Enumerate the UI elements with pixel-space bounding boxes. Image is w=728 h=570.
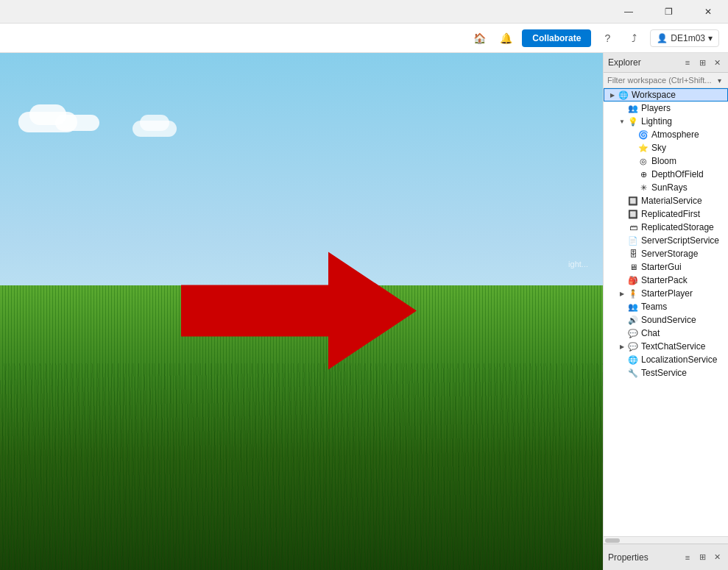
tree-item-starterplayer[interactable]: ▶🧍StarterPlayer: [604, 287, 728, 300]
tree-item-starterpack[interactable]: 🎒StarterPack: [604, 274, 728, 287]
tree-icon-startergui: 🖥: [627, 261, 639, 273]
tree-label-startergui: StarterGui: [641, 262, 682, 272]
tree-toggle-replicatedstorage[interactable]: [617, 222, 627, 232]
collaborate-button[interactable]: Collaborate: [522, 29, 591, 47]
red-arrow: [181, 237, 417, 384]
properties-close-icon[interactable]: ✕: [710, 551, 724, 564]
tree-toggle-bloom[interactable]: [627, 156, 637, 166]
tree-item-bloom[interactable]: ◎Bloom: [604, 154, 728, 168]
tree-toggle-sunrays[interactable]: [627, 182, 637, 193]
tree-icon-starterpack: 🎒: [627, 274, 639, 286]
tree-icon-testservice: 🔧: [627, 367, 639, 379]
tree-icon-localizationservice: 🌐: [627, 354, 639, 366]
tree-label-textchatservice: TextChatService: [641, 341, 705, 352]
tree-toggle-materialservice[interactable]: [617, 196, 627, 206]
tree-icon-chat: 💬: [627, 327, 639, 339]
tree-label-starterpack: StarterPack: [641, 275, 688, 285]
tree-toggle-atmosphere[interactable]: [627, 129, 637, 140]
tree-item-chat[interactable]: 💬Chat: [604, 327, 728, 340]
tree-toggle-starterplayer[interactable]: ▶: [617, 288, 627, 299]
tree-toggle-replicatedfirst[interactable]: [617, 209, 627, 219]
tree-item-workspace[interactable]: ▶🌐Workspace: [604, 88, 728, 101]
user-badge[interactable]: 👤 DE1m03 ▾: [650, 29, 719, 47]
tree-item-localizationservice[interactable]: 🌐LocalizationService: [604, 353, 728, 366]
minimize-button[interactable]: —: [612, 0, 646, 24]
tree-item-players[interactable]: 👥Players: [604, 101, 728, 115]
tree-item-serverscriptservice[interactable]: 📄ServerScriptService: [604, 234, 728, 247]
explorer-menu-icon[interactable]: ≡: [681, 56, 694, 69]
tree-item-teams[interactable]: 👥Teams: [604, 300, 728, 313]
help-icon[interactable]: ?: [597, 28, 618, 49]
restore-button[interactable]: ❐: [651, 0, 685, 24]
close-button[interactable]: ✕: [691, 0, 725, 24]
viewport-label: ight...: [568, 260, 588, 268]
tree-item-replicatedfirst[interactable]: 🔲ReplicatedFirst: [604, 207, 728, 221]
tree-toggle-textchatservice[interactable]: ▶: [617, 341, 627, 352]
tree-label-serverstorage: ServerStorage: [641, 249, 698, 259]
tree-item-testservice[interactable]: 🔧TestService: [604, 366, 728, 380]
main-layout: ight... Explorer ≡ ⊞ ✕ ▾ ▶🌐Works: [0, 53, 728, 570]
horizontal-scrollbar[interactable]: [604, 536, 728, 544]
tree-item-startergui[interactable]: 🖥StarterGui: [604, 260, 728, 274]
tree-item-materialservice[interactable]: 🔲MaterialService: [604, 194, 728, 207]
tree-item-depthoffield[interactable]: ⊕DepthOfField: [604, 168, 728, 181]
filter-dropdown-icon[interactable]: ▾: [714, 75, 724, 85]
explorer-float-icon[interactable]: ⊞: [696, 56, 709, 69]
tree-icon-sky: ⭐: [637, 142, 649, 154]
titlebar-controls: — ❐ ✕: [612, 0, 728, 24]
tree-icon-textchatservice: 💬: [627, 341, 639, 352]
properties-float-icon[interactable]: ⊞: [696, 551, 709, 564]
tree-item-soundservice[interactable]: 🔊SoundService: [604, 313, 728, 327]
tree-toggle-soundservice[interactable]: [617, 315, 627, 325]
tree-label-replicatedstorage: ReplicatedStorage: [641, 222, 714, 232]
tree-label-soundservice: SoundService: [641, 315, 696, 325]
tree-label-depthoffield: DepthOfField: [651, 169, 704, 179]
tree-item-atmosphere[interactable]: 🌀Atmosphere: [604, 128, 728, 141]
tree-toggle-teams[interactable]: [617, 302, 627, 312]
tree-label-testservice: TestService: [641, 368, 687, 378]
tree-toggle-sky[interactable]: [627, 143, 637, 153]
explorer-close-icon[interactable]: ✕: [710, 56, 724, 69]
tree-item-lighting[interactable]: ▼💡Lighting: [604, 115, 728, 128]
tree-toggle-players[interactable]: [617, 103, 627, 113]
tree-label-players: Players: [641, 103, 671, 113]
tree-icon-atmosphere: 🌀: [637, 129, 649, 140]
tree-icon-serverstorage: 🗄: [627, 248, 639, 260]
home-icon[interactable]: 🏠: [469, 28, 490, 49]
properties-title: Properties: [608, 552, 649, 563]
right-panel: Explorer ≡ ⊞ ✕ ▾ ▶🌐Workspace👥Players▼💡Li…: [603, 53, 728, 570]
properties-menu-icon[interactable]: ≡: [681, 551, 694, 564]
tree-toggle-serverscriptservice[interactable]: [617, 235, 627, 246]
tree-toggle-testservice[interactable]: [617, 368, 627, 378]
tree-item-serverstorage[interactable]: 🗄ServerStorage: [604, 247, 728, 260]
tree-item-replicatedstorage[interactable]: 🗃ReplicatedStorage: [604, 221, 728, 234]
explorer-title: Explorer: [608, 57, 641, 68]
tree-toggle-localizationservice[interactable]: [617, 355, 627, 365]
tree-toggle-workspace[interactable]: ▶: [607, 90, 618, 100]
tree-toggle-chat[interactable]: [617, 328, 627, 338]
notification-icon[interactable]: 🔔: [495, 28, 516, 49]
tree-label-atmosphere: Atmosphere: [651, 129, 699, 140]
tree-toggle-lighting[interactable]: ▼: [617, 116, 627, 127]
tree-label-workspace: Workspace: [632, 90, 676, 100]
tree-item-sky[interactable]: ⭐Sky: [604, 141, 728, 154]
red-arrow-container: [181, 237, 417, 386]
filter-input[interactable]: [607, 76, 712, 85]
tree-toggle-startergui[interactable]: [617, 262, 627, 272]
tree-toggle-starterpack[interactable]: [617, 275, 627, 285]
tree-item-textchatservice[interactable]: ▶💬TextChatService: [604, 340, 728, 353]
tree-label-bloom: Bloom: [651, 156, 676, 166]
user-name: DE1m03: [671, 33, 705, 43]
tree-container[interactable]: ▶🌐Workspace👥Players▼💡Lighting🌀Atmosphere…: [604, 88, 728, 536]
viewport: ight...: [0, 53, 603, 570]
tree-label-replicatedfirst: ReplicatedFirst: [641, 209, 700, 219]
tree-label-materialservice: MaterialService: [641, 196, 702, 206]
user-avatar: 👤: [657, 33, 668, 43]
share-icon[interactable]: ⤴: [623, 28, 644, 49]
tree-toggle-depthoffield[interactable]: [627, 169, 637, 179]
tree-icon-replicatedstorage: 🗃: [627, 221, 639, 233]
tree-item-sunrays[interactable]: ✳SunRays: [604, 181, 728, 194]
tree-toggle-serverstorage[interactable]: [617, 249, 627, 259]
cloud-1: [18, 104, 114, 141]
toolbar: 🏠 🔔 Collaborate ? ⤴ 👤 DE1m03 ▾: [0, 24, 728, 53]
